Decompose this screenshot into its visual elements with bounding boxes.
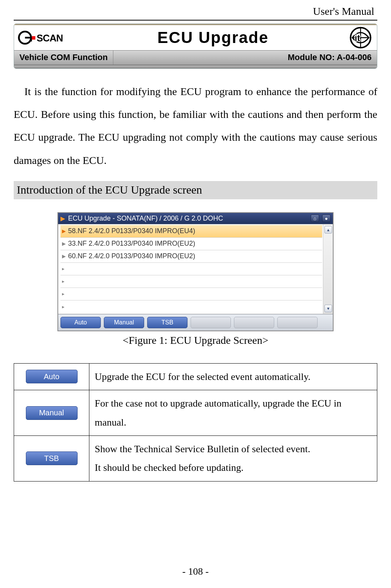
header-rule <box>14 20 377 21</box>
manual-button[interactable]: Manual <box>104 317 144 328</box>
svg-text:SCAN: SCAN <box>37 33 63 43</box>
list-item-label: 33.NF 2.4/2.0 P0133/P0340 IMPRO(EU2) <box>68 240 195 248</box>
triangle-icon: ▶ <box>60 215 65 222</box>
disabled-button <box>277 317 318 328</box>
list-item-label: 58.NF 2.4/2.0 P0133/P0340 IMPRO(EU4) <box>68 227 195 235</box>
table-row: TSB Show the Technical Service Bulletin … <box>14 435 377 481</box>
intro-paragraph: It is the function for modifying the ECU… <box>14 80 377 172</box>
tsb-description: Show the Technical Service Bulletin of s… <box>89 435 377 481</box>
tsb-button[interactable]: TSB <box>147 317 188 328</box>
svg-text:it: it <box>355 33 360 43</box>
page-banner: SCAN ECU Upgrade it it Vehicle COM Funct… <box>14 24 377 69</box>
manual-header: User's Manual <box>14 0 377 20</box>
list-item[interactable]: ▶ 60.NF 2.4/2.0 P0133/P0340 IMPRO(EU2) <box>60 250 322 263</box>
list-item-empty: ▸ <box>60 300 322 313</box>
auto-button[interactable]: Auto <box>60 317 101 328</box>
scroll-down-icon[interactable]: ▾ <box>324 305 332 312</box>
screenshot-titlebar: ▶ ECU Upgrade - SONATA(NF) / 2006 / G 2.… <box>58 213 333 224</box>
page-title: ECU Upgrade <box>79 29 347 47</box>
screenshot-title: ECU Upgrade - SONATA(NF) / 2006 / G 2.0 … <box>68 215 308 222</box>
table-row: Manual For the case not to upgrade autom… <box>14 390 377 436</box>
screenshot-toolbar: Auto Manual TSB <box>58 314 333 331</box>
triangle-icon: ▶ <box>62 253 66 259</box>
banner-function-label: Vehicle COM Function <box>14 51 113 65</box>
list-item-empty: ▸ <box>60 288 322 300</box>
home-icon[interactable]: ⌂ <box>311 215 319 222</box>
list-item[interactable]: ▶ 58.NF 2.4/2.0 P0133/P0340 IMPRO(EU4) <box>60 225 322 238</box>
section-heading: Introduction of the ECU Upgrade screen <box>14 181 377 199</box>
auto-button: Auto <box>26 370 78 383</box>
manual-button: Manual <box>26 406 78 420</box>
scroll-up-icon[interactable]: ▴ <box>324 226 332 234</box>
figure-caption: <Figure 1: ECU Upgrade Screen> <box>14 334 377 346</box>
table-row: Auto Upgrade the ECU for the selected ev… <box>14 363 377 390</box>
disabled-button <box>191 317 231 328</box>
disabled-button <box>234 317 274 328</box>
triangle-icon: ▶ <box>62 228 66 234</box>
auto-description: Upgrade the ECU for the selected event a… <box>89 363 377 390</box>
git-logo-icon: it it <box>347 26 374 49</box>
ecu-upgrade-screenshot: ▶ ECU Upgrade - SONATA(NF) / 2006 / G 2.… <box>57 212 334 331</box>
system-icon[interactable]: ● <box>322 215 331 222</box>
manual-description: For the case not to upgrade automaticall… <box>89 390 377 436</box>
list-item[interactable]: ▶ 33.NF 2.4/2.0 P0133/P0340 IMPRO(EU2) <box>60 238 322 250</box>
scrollbar[interactable]: ▴ ▾ <box>323 224 333 314</box>
page-number: - 108 - <box>0 566 391 577</box>
list-item-label: 60.NF 2.4/2.0 P0133/P0340 IMPRO(EU2) <box>68 252 195 260</box>
button-definitions-table: Auto Upgrade the ECU for the selected ev… <box>14 363 377 482</box>
list-item-empty: ▸ <box>60 263 322 275</box>
tsb-button: TSB <box>26 451 78 465</box>
banner-module-label: Module NO: A-04-006 <box>283 51 377 65</box>
svg-rect-1 <box>32 36 35 40</box>
event-list: ▶ 58.NF 2.4/2.0 P0133/P0340 IMPRO(EU4) ▶… <box>58 224 323 314</box>
triangle-icon: ▶ <box>62 241 66 246</box>
gscan-logo-icon: SCAN <box>18 29 79 47</box>
list-item-empty: ▸ <box>60 275 322 288</box>
